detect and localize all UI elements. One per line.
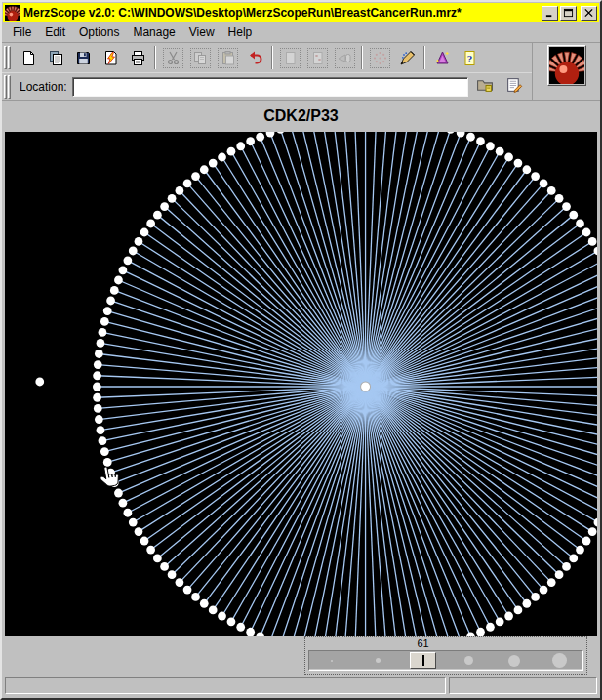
print-icon (128, 48, 148, 68)
radial-map-svg[interactable] (5, 132, 597, 636)
draw-icon (397, 48, 418, 68)
window-title: MerzScope v2.0: C:\WINDOWS\Desktop\MerzS… (23, 6, 539, 20)
scatter-button (366, 45, 393, 70)
slider-dot-icon (464, 656, 473, 665)
slider-dot-icon (508, 655, 520, 667)
toolbar-grip[interactable] (4, 46, 12, 69)
svg-text:?: ? (466, 52, 472, 63)
open-map-button[interactable] (473, 76, 497, 98)
toolbar: ? (2, 43, 532, 73)
slider-value: 61 (417, 638, 428, 649)
slider-step-5[interactable] (492, 651, 538, 670)
help-button[interactable]: ? (456, 45, 483, 70)
map-canvas[interactable] (5, 132, 597, 636)
page-marks-icon (307, 48, 328, 68)
status-panel-right (449, 677, 597, 694)
megaphone-icon (335, 48, 355, 68)
copy-icon (46, 48, 66, 68)
logo-area (532, 43, 600, 100)
undo-button[interactable] (241, 45, 268, 70)
menu-item-options[interactable]: Options (73, 23, 127, 41)
cut-icon (163, 48, 183, 68)
title-bar[interactable]: MerzScope v2.0: C:\WINDOWS\Desktop\MerzS… (3, 3, 599, 22)
menu-item-help[interactable]: Help (222, 23, 261, 41)
slider-step-3[interactable] (400, 651, 446, 670)
help-icon: ? (460, 48, 480, 68)
slider-dot-icon (552, 653, 567, 668)
slider-step-1[interactable] (309, 651, 355, 670)
zoom-slider[interactable]: 61 (304, 636, 587, 675)
edit-notes-button[interactable] (502, 76, 526, 98)
open-map-icon (476, 76, 494, 98)
location-grip[interactable] (4, 75, 12, 99)
slider-dot-icon (376, 658, 381, 663)
toolbar-separator (154, 46, 156, 69)
paste-button (214, 45, 241, 70)
close-button[interactable] (581, 6, 597, 21)
bottom-panel: 61 (2, 636, 600, 675)
maximize-button[interactable] (560, 6, 577, 21)
page-button (276, 45, 303, 70)
scatter-icon (370, 48, 390, 68)
toolbar-separator (423, 46, 425, 69)
map-header: CDK2/P33 (2, 100, 600, 132)
toolbar-separator (271, 46, 273, 69)
slider-step-6[interactable] (537, 651, 582, 670)
menu-item-edit[interactable]: Edit (39, 23, 73, 41)
edit-notes-icon (505, 76, 523, 98)
status-panel-left (5, 677, 446, 694)
slider-track[interactable] (308, 650, 583, 671)
slider-thumb[interactable] (410, 652, 436, 669)
app-window: MerzScope v2.0: C:\WINDOWS\Desktop\MerzS… (0, 0, 602, 700)
location-input[interactable] (72, 77, 468, 97)
new-document-button[interactable] (15, 45, 42, 70)
status-bar (2, 675, 600, 698)
isolated-node[interactable] (35, 378, 44, 387)
menu-bar: FileEditOptionsManageViewHelp (2, 22, 600, 42)
page-icon (280, 48, 301, 68)
cut-button (159, 45, 186, 70)
copy-page-icon (190, 48, 211, 68)
edit-run-icon (100, 48, 121, 68)
wizard-icon (432, 48, 453, 68)
copy-page-button (186, 45, 214, 70)
menu-item-file[interactable]: File (7, 23, 39, 41)
toolbar-separator (361, 46, 363, 69)
location-bar: Location: (2, 73, 532, 100)
copy-button[interactable] (42, 45, 69, 70)
save-icon (73, 48, 94, 68)
megaphone-button (331, 45, 358, 70)
location-label: Location: (20, 80, 67, 94)
paste-icon (218, 48, 238, 68)
app-logo-icon (5, 5, 20, 21)
slider-step-2[interactable] (355, 651, 401, 670)
menu-item-view[interactable]: View (183, 23, 222, 41)
print-button[interactable] (124, 45, 151, 70)
minimize-button[interactable] (542, 6, 558, 21)
thumb-line-icon (422, 655, 424, 666)
slider-dot-icon (331, 660, 333, 662)
page-marks-button (303, 45, 331, 70)
center-node[interactable] (361, 382, 371, 391)
save-button[interactable] (69, 45, 97, 70)
menu-item-manage[interactable]: Manage (127, 23, 182, 41)
wizard-button[interactable] (428, 45, 456, 70)
edit-run-button[interactable] (97, 45, 124, 70)
new-document-icon (19, 48, 39, 68)
undo-icon (245, 48, 265, 68)
merzscope-logo (547, 45, 586, 86)
slider-step-4[interactable] (446, 651, 492, 670)
chrome-area: ? Location: (2, 42, 600, 100)
map-title: CDK2/P33 (263, 107, 338, 125)
draw-button[interactable] (393, 45, 421, 70)
